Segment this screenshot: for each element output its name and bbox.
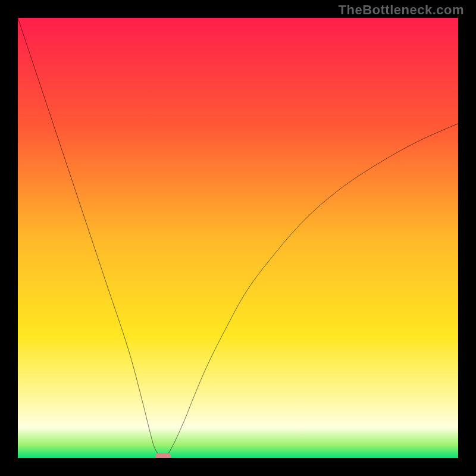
minimum-marker <box>155 453 171 458</box>
watermark-text: TheBottleneck.com <box>339 2 464 18</box>
chart-frame: TheBottleneck.com <box>0 0 476 476</box>
bottleneck-curve <box>18 18 458 458</box>
plot-area <box>18 18 458 458</box>
